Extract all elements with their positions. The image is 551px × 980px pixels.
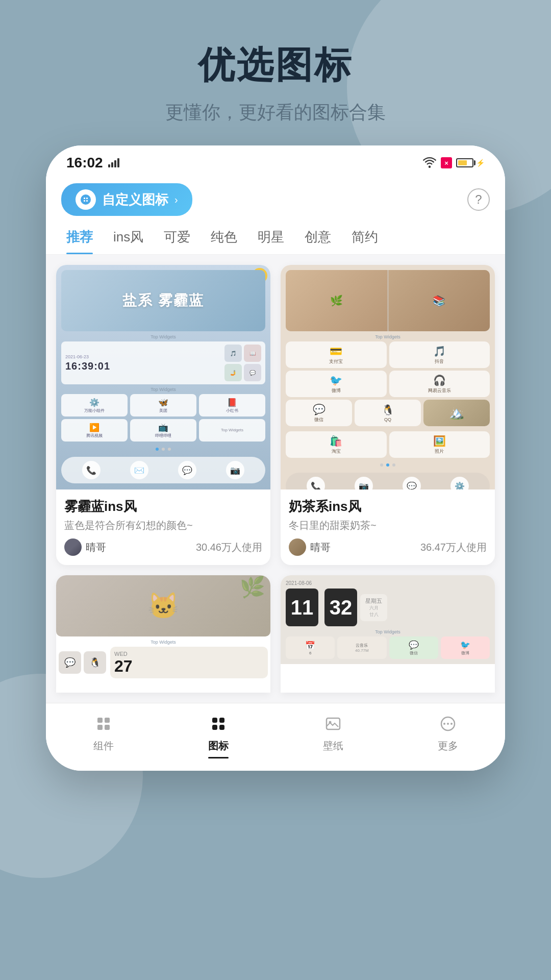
blue-top-banner: 盐系 雾霾蓝 bbox=[61, 270, 265, 331]
svg-point-16 bbox=[443, 723, 445, 725]
app-icon-meituan: 🦋 美团 bbox=[130, 394, 196, 416]
app-icon-topwidgets: Top Widgets bbox=[199, 419, 265, 442]
app-icon-photos: 🖼️ 照片 bbox=[389, 431, 490, 458]
help-button[interactable]: ? bbox=[467, 188, 490, 211]
dock-message: 💬 bbox=[178, 461, 196, 479]
author-avatar-cream bbox=[289, 538, 306, 556]
content-area: 👑 盐系 雾霾蓝 Top Widgets 2021-06-23 16:39:01 bbox=[46, 255, 505, 703]
cream-top-banner: 🌿 📚 bbox=[286, 270, 490, 331]
svg-rect-1 bbox=[84, 198, 85, 199]
svg-rect-9 bbox=[212, 718, 217, 723]
app-icon-alipay: 💳 支付宝 bbox=[286, 341, 387, 368]
top-widgets-label-2: Top Widgets bbox=[61, 387, 265, 392]
svg-rect-3 bbox=[84, 200, 85, 202]
theme-card-cream[interactable]: 🌿 📚 Top Widgets 💳 支付宝 bbox=[281, 265, 495, 565]
dock-settings-cream: ⚙️ bbox=[450, 477, 469, 489]
theme-preview-blue: 👑 盐系 雾霾蓝 Top Widgets 2021-06-23 16:39:01 bbox=[56, 265, 270, 489]
app-icon-xiaohongshu: 📕 小红书 bbox=[199, 394, 265, 416]
custom-icon-button[interactable]: 自定义图标 › bbox=[61, 183, 192, 216]
icon-tab-icon bbox=[206, 712, 231, 736]
tab-active-indicator bbox=[208, 757, 229, 758]
app-icon-wechat: 💬 微信 bbox=[286, 400, 352, 426]
svg-point-14 bbox=[329, 721, 331, 724]
tab-simple[interactable]: 简约 bbox=[352, 228, 378, 254]
top-widgets-label-cream: Top Widgets bbox=[286, 334, 490, 339]
svg-rect-4 bbox=[86, 200, 88, 202]
page-subtitle: 更懂你，更好看的图标合集 bbox=[0, 100, 551, 125]
app-icon-netease: 🎧 网易云音乐 bbox=[389, 371, 490, 397]
tab-creative[interactable]: 创意 bbox=[305, 228, 331, 254]
tab-celebrity[interactable]: 明星 bbox=[258, 228, 284, 254]
no-signal-icon: × bbox=[441, 157, 452, 168]
custom-btn-label: 自定义图标 bbox=[102, 191, 168, 209]
theme-card-blue[interactable]: 👑 盐系 雾霾蓝 Top Widgets 2021-06-23 16:39:01 bbox=[56, 265, 270, 565]
svg-point-18 bbox=[450, 723, 453, 725]
dock-mail: ✉️ bbox=[130, 461, 148, 479]
flip-hour: 11 bbox=[286, 589, 318, 626]
week-text: 星期五 bbox=[365, 597, 382, 605]
flip-clock-display: 11 32 星期五 六月廿八 bbox=[286, 589, 490, 626]
status-bar-left: 16:02 bbox=[66, 155, 119, 171]
svg-point-0 bbox=[81, 194, 91, 205]
phone-container: 16:02 × bbox=[0, 145, 551, 771]
tab-label-more: 更多 bbox=[438, 739, 458, 753]
card-meta-cream: 晴哥 36.47万人使用 bbox=[289, 538, 487, 556]
svg-rect-6 bbox=[105, 718, 110, 723]
tab-ins[interactable]: ins风 bbox=[113, 228, 143, 254]
nav-tabs: 推荐 ins风 可爱 纯色 明星 创意 简约 bbox=[46, 223, 505, 255]
custom-icon-circle bbox=[76, 189, 96, 210]
page-title: 优选图标 bbox=[0, 41, 551, 90]
tab-item-more[interactable]: 更多 bbox=[390, 712, 505, 758]
tab-item-wallpaper[interactable]: 壁纸 bbox=[276, 712, 390, 758]
theme-card-clock[interactable]: 2021-08-06 11 32 星期五 六月廿八 Top Widgets bbox=[281, 575, 495, 693]
tab-solid[interactable]: 纯色 bbox=[211, 228, 237, 254]
author-name-cream: 晴哥 bbox=[310, 541, 331, 554]
tab-bar: 组件 图标 bbox=[46, 703, 505, 771]
tab-item-icon[interactable]: 图标 bbox=[161, 712, 276, 758]
svg-point-17 bbox=[447, 723, 449, 725]
tab-item-widget[interactable]: 组件 bbox=[46, 712, 161, 758]
status-bar: 16:02 × bbox=[46, 145, 505, 176]
app-icon-tencent-video: ▶️ 腾讯视频 bbox=[61, 419, 128, 442]
app-icon-bilibili: 📺 哔哩哔哩 bbox=[130, 419, 196, 442]
svg-rect-11 bbox=[212, 725, 217, 730]
card-desc-blue: 蓝色是符合所有幻想的颜色~ bbox=[64, 519, 262, 532]
svg-rect-7 bbox=[97, 725, 103, 730]
top-widgets-label-clock: Top Widgets bbox=[286, 629, 490, 634]
dots-indicator-1 bbox=[61, 445, 265, 454]
app-icon-qq: 🐧 QQ bbox=[355, 400, 421, 426]
card-meta-blue: 晴哥 30.46万人使用 bbox=[64, 538, 262, 556]
wifi-icon bbox=[422, 157, 437, 168]
tab-recommend[interactable]: 推荐 bbox=[66, 228, 93, 254]
status-icons: × ⚡ bbox=[422, 157, 485, 168]
app-icon-tiktok: 🎵 抖音 bbox=[389, 341, 490, 368]
app-icon-taobao: 🛍️ 淘宝 bbox=[286, 431, 387, 458]
leaf-overlay-icon: 🌿 bbox=[240, 575, 265, 599]
top-widgets-label-1: Top Widgets bbox=[61, 334, 265, 339]
card-title-blue: 雾霾蓝ins风 bbox=[64, 498, 262, 516]
dock-camera-cream: 📷 bbox=[355, 477, 373, 489]
tab-label-widget: 组件 bbox=[93, 739, 114, 753]
author-name-blue: 晴哥 bbox=[86, 541, 106, 554]
lunar-text: 六月廿八 bbox=[369, 605, 379, 618]
app-icon-weibo: 🐦 微博 bbox=[286, 371, 387, 397]
author-avatar-blue bbox=[64, 538, 82, 556]
theme-card-cat[interactable]: 🐱 🌿 Top Widgets 💬 🐧 WED bbox=[56, 575, 270, 693]
wallpaper-tab-icon bbox=[321, 712, 345, 736]
more-tab-icon bbox=[436, 712, 460, 736]
top-widgets-label-cat: Top Widgets bbox=[56, 640, 270, 645]
app-icon-widget: ⚙️ 万能小组件 bbox=[61, 394, 128, 416]
theme-preview-cream: 🌿 📚 Top Widgets 💳 支付宝 bbox=[281, 265, 495, 489]
author-row-blue: 晴哥 bbox=[64, 538, 106, 556]
svg-rect-5 bbox=[97, 718, 103, 723]
svg-rect-8 bbox=[105, 725, 110, 730]
theme-preview-clock: 2021-08-06 11 32 星期五 六月廿八 Top Widgets bbox=[281, 575, 495, 664]
custom-bar: 自定义图标 › ? bbox=[46, 176, 505, 223]
status-time: 16:02 bbox=[66, 155, 103, 171]
tab-label-icon: 图标 bbox=[208, 739, 229, 753]
blue-banner-text: 盐系 雾霾蓝 bbox=[122, 291, 204, 310]
flip-min: 32 bbox=[324, 589, 357, 626]
tab-cute[interactable]: 可爱 bbox=[164, 228, 190, 254]
custom-app-icon bbox=[80, 193, 92, 206]
dots-indicator-2 bbox=[286, 460, 490, 470]
